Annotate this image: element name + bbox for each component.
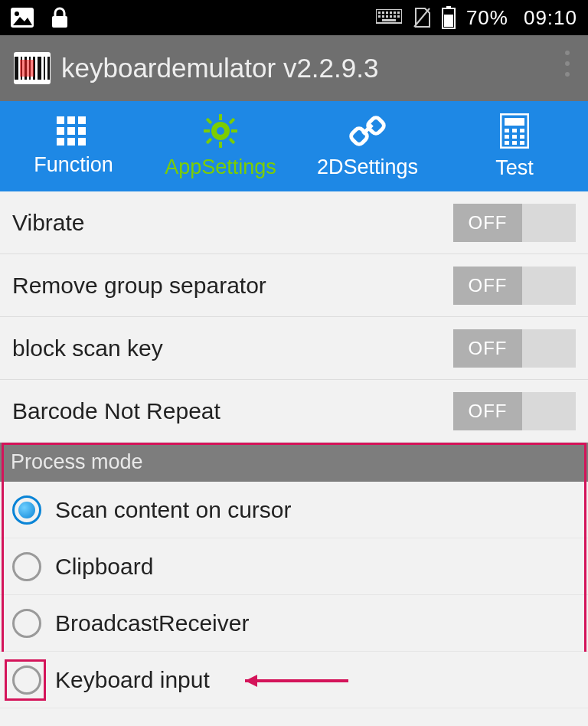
toggle-remove-group-separator[interactable]: OFF [453, 267, 576, 305]
keyboard-icon [376, 9, 402, 26]
svg-rect-20 [444, 15, 453, 27]
svg-rect-9 [397, 11, 400, 14]
grid-icon [57, 116, 90, 146]
radio-icon [12, 666, 41, 695]
setting-label: block scan key [12, 335, 453, 361]
calculator-icon [500, 113, 529, 149]
svg-rect-25 [67, 127, 75, 135]
section-header-process-mode: Process mode [0, 443, 588, 482]
svg-rect-51 [505, 141, 509, 145]
svg-rect-8 [394, 11, 396, 14]
link-icon [349, 114, 386, 148]
svg-rect-7 [390, 11, 392, 14]
row-barcode-not-repeat: Barcode Not Repeat OFF [0, 380, 588, 443]
svg-rect-38 [229, 137, 235, 143]
svg-rect-16 [382, 19, 396, 21]
svg-rect-10 [378, 15, 381, 18]
overflow-menu-icon[interactable] [565, 51, 570, 77]
radio-icon [12, 495, 41, 525]
lock-icon [51, 7, 69, 28]
svg-rect-6 [386, 11, 388, 14]
app-title: keyboardemulator v2.2.9.3 [61, 53, 378, 83]
image-icon [11, 8, 34, 28]
svg-rect-53 [520, 141, 524, 145]
toggle-barcode-not-repeat[interactable]: OFF [453, 392, 576, 430]
tab-appsettings[interactable]: AppSettings [147, 101, 294, 191]
radio-row-clipboard[interactable]: Clipboard [0, 538, 588, 595]
svg-rect-27 [57, 138, 64, 146]
svg-point-1 [15, 11, 19, 16]
svg-rect-36 [229, 117, 235, 123]
clock: 09:10 [524, 6, 577, 30]
toggle-state: OFF [453, 204, 522, 242]
toggle-block-scan-key[interactable]: OFF [453, 329, 576, 368]
svg-rect-28 [67, 138, 75, 146]
svg-rect-47 [520, 129, 524, 132]
radio-row-scan-on-cursor[interactable]: Scan content on cursor [0, 482, 588, 538]
svg-rect-50 [520, 135, 524, 139]
no-sim-icon [413, 7, 431, 28]
svg-rect-5 [382, 11, 384, 14]
tab-2dsettings[interactable]: 2DSettings [294, 101, 441, 191]
toggle-vibrate[interactable]: OFF [453, 204, 576, 242]
row-block-scan-key: block scan key OFF [0, 317, 588, 380]
toggle-state: OFF [453, 267, 522, 305]
tab-test[interactable]: Test [441, 101, 588, 191]
svg-rect-15 [397, 15, 400, 18]
svg-rect-49 [512, 135, 517, 139]
svg-rect-32 [219, 142, 222, 148]
radio-label: Clipboard [55, 554, 153, 580]
setting-label: Barcode Not Repeat [12, 398, 453, 424]
svg-rect-21 [57, 116, 64, 124]
svg-rect-24 [57, 127, 64, 135]
radio-row-broadcastreceiver[interactable]: BroadcastReceiver [0, 595, 588, 652]
svg-rect-12 [386, 15, 388, 18]
gear-icon [204, 114, 237, 148]
toggle-state: OFF [453, 329, 522, 368]
svg-rect-33 [204, 129, 210, 132]
radio-label: Keyboard input [55, 667, 210, 693]
tab-label: Function [34, 153, 113, 177]
radio-row-keyboard-input[interactable]: Keyboard input [0, 652, 588, 708]
row-remove-group-separator: Remove group separator OFF [0, 254, 588, 317]
svg-rect-29 [78, 138, 86, 146]
svg-rect-14 [394, 15, 396, 18]
radio-icon [12, 609, 41, 638]
svg-rect-13 [390, 15, 392, 18]
svg-rect-11 [382, 15, 384, 18]
svg-rect-37 [206, 137, 212, 143]
row-vibrate: Vibrate OFF [0, 191, 588, 254]
tab-label: 2DSettings [317, 155, 418, 179]
tab-label: Test [495, 156, 534, 180]
tab-label: AppSettings [165, 155, 276, 179]
svg-rect-31 [219, 114, 222, 120]
radio-icon [12, 552, 41, 581]
app-bar: keyboardemulator v2.2.9.3 [0, 35, 588, 101]
tab-function[interactable]: Function [0, 101, 147, 191]
svg-rect-52 [512, 141, 517, 145]
svg-rect-45 [505, 129, 509, 132]
svg-point-39 [217, 127, 224, 135]
app-barcode-icon [14, 52, 51, 84]
svg-rect-44 [505, 118, 524, 126]
svg-rect-23 [78, 116, 86, 124]
svg-rect-22 [67, 116, 75, 124]
svg-rect-2 [52, 16, 67, 28]
radio-label: Scan content on cursor [55, 497, 292, 523]
setting-label: Vibrate [12, 210, 453, 236]
battery-percent: 70% [466, 6, 508, 30]
svg-rect-4 [378, 11, 381, 14]
toggle-state: OFF [453, 392, 522, 430]
svg-rect-26 [78, 127, 86, 135]
svg-rect-35 [206, 117, 212, 123]
tab-bar: Function AppSettings 2DSettings Test [0, 101, 588, 191]
radio-label: BroadcastReceiver [55, 610, 249, 636]
svg-rect-48 [505, 135, 509, 139]
setting-label: Remove group separator [12, 273, 453, 299]
svg-rect-34 [231, 129, 237, 132]
status-bar: 70% 09:10 [0, 0, 588, 35]
battery-icon [442, 6, 456, 29]
svg-rect-46 [512, 129, 517, 132]
